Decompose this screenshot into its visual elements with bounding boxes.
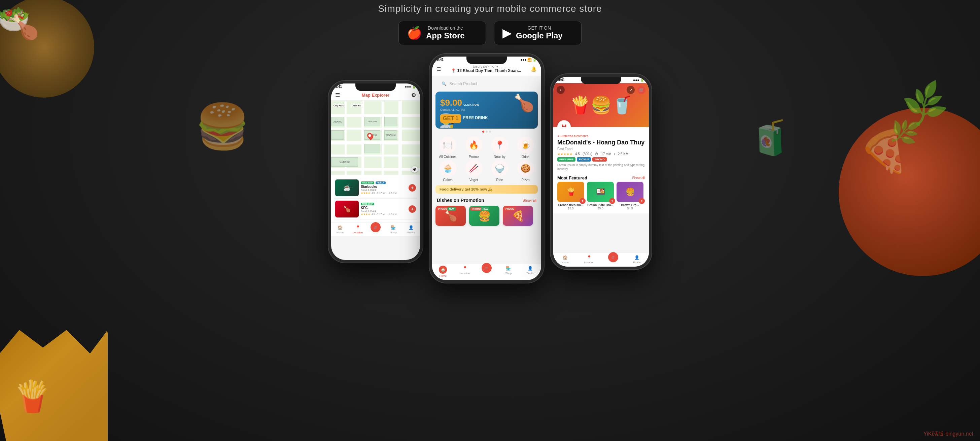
dish-emoji-1: 🍗	[436, 206, 466, 226]
back-button[interactable]: ‹	[557, 86, 565, 94]
status-icons-center: ●●● 📶 🔋	[520, 58, 536, 62]
nav-shop-label-left[interactable]: 🏪 Shop	[384, 225, 402, 234]
cart-top-button[interactable]: 🛒	[637, 86, 646, 94]
delivery-promo-bar[interactable]: Food delivery get 20% now 🛵	[436, 185, 538, 194]
menu-icon-left[interactable]: ☰	[335, 92, 340, 98]
app-store-small-label: Download on the	[426, 25, 465, 31]
category-veget[interactable]: 🥢 Veget	[461, 160, 486, 182]
map-view[interactable]: AGARA PANGANI KARIOKO PUMWANI MAJENGO Ci…	[331, 101, 420, 175]
add-fries-button[interactable]: +	[579, 198, 585, 204]
category-all-cuisines[interactable]: 🍽️ All Cuisines	[436, 137, 460, 159]
starbucks-stars: ★★★★	[361, 191, 370, 194]
kfc-name: KFC	[361, 206, 407, 210]
promo-banner[interactable]: $9.00 CLICK NOW Combo A1, A2, A3 GET 1 F…	[436, 92, 538, 129]
nav-shop-left[interactable]: 🛒	[367, 225, 385, 234]
add-kfc-button[interactable]: +	[409, 205, 416, 213]
cart-icon-center[interactable]: 🛒	[482, 263, 492, 273]
restaurant-list: ☕ FREE SHIP PICKUP Starbucks Food & Drin…	[331, 175, 420, 223]
dishes-title: Dishes on Promotion	[437, 197, 484, 203]
add-bro-button[interactable]: +	[639, 198, 645, 204]
restaurant-top-nav: ‹ ↗ 🛒	[553, 83, 649, 97]
app-store-button[interactable]: 🍎 Download on the App Store	[398, 21, 486, 45]
nav-cart-right[interactable]: 🛒	[601, 255, 625, 264]
restaurant-rating-right: 4.5	[575, 152, 580, 156]
shop-label-center: Shop	[505, 272, 512, 275]
restaurant-item-kfc[interactable]: 🍗 FREE SHIP KFC Food & Drink ★★★★ 4.5 ⏱ …	[334, 199, 417, 220]
dot-1	[482, 131, 484, 133]
kfc-meta: ★★★★ 4.5 ⏱ 17 min • 2.5 KM	[361, 213, 407, 216]
add-plate-button[interactable]: +	[609, 198, 615, 204]
category-promo[interactable]: 🔥 Promo	[461, 137, 486, 159]
drink-icon: 🍺	[517, 137, 534, 153]
dish-card-3[interactable]: PROMO 🍕	[503, 206, 533, 226]
location-icon-right: 📍	[587, 255, 592, 260]
hamburger-icon-center[interactable]: ☰	[437, 66, 441, 72]
featured-item-1[interactable]: 🍟 + French fries sm... $3.5	[557, 182, 584, 210]
nav-profile-center[interactable]: 👤 Profile	[519, 266, 541, 277]
rice-label: Rice	[496, 178, 503, 182]
category-pizza[interactable]: 🍪 Pizza	[513, 160, 538, 182]
google-play-small-label: GET IT ON	[516, 25, 563, 31]
nav-location-right[interactable]: 📍 Location	[577, 255, 601, 264]
featured-items-list: 🍟 + French fries sm... $3.5 🍱 + Brown Pl…	[557, 182, 645, 210]
profile-label-center: Profile	[527, 272, 534, 275]
banner-combo: Combo A1, A2, A3	[440, 108, 488, 111]
time-icon-right: ⏱	[595, 152, 598, 156]
top-right-buttons: ↗ 🛒	[627, 86, 646, 94]
google-play-button[interactable]: ▶ GET IT ON Google Play	[494, 21, 582, 45]
nav-location-label-left: Location	[353, 231, 363, 234]
search-icon-center: 🔍	[442, 81, 447, 86]
dish-card-1[interactable]: PROMO NEW 🍗	[436, 206, 466, 226]
preferred-badge: ● Preferred Merchants	[557, 134, 645, 138]
home-label-center: Home	[439, 274, 447, 277]
home-label-right: Home	[562, 261, 569, 264]
dish-card-2[interactable]: PROMO NEW 🍔	[469, 206, 500, 226]
nav-home-right[interactable]: 🏠 Home	[553, 255, 577, 264]
nav-profile-left[interactable]: 👤 Profile	[402, 225, 420, 234]
kfc-image: 🍗	[335, 201, 359, 218]
home-icon-center: 🏠	[439, 266, 447, 274]
bullet-right: •	[614, 152, 615, 156]
phone-notch-center	[466, 57, 507, 64]
home-icon-left: 🏠	[337, 225, 343, 230]
promo-label: Promo	[469, 155, 479, 159]
map-block-2	[331, 130, 344, 140]
cart-icon-left[interactable]: 🛒	[371, 222, 380, 232]
nav-cart-center[interactable]: 🛒	[476, 266, 498, 277]
nav-home-left[interactable]: 🏠 Home	[331, 225, 349, 234]
share-button[interactable]: ↗	[627, 86, 635, 94]
search-bar-center[interactable]: 🔍 Search Product	[437, 79, 536, 89]
featured-item-3[interactable]: 🍔 + Brown Bro... $4.5	[617, 182, 643, 210]
nav-home-center[interactable]: 🏠 Home	[432, 266, 454, 277]
profile-icon-center: 👤	[528, 266, 533, 271]
status-time-center: 9:41	[437, 58, 444, 62]
shop-icon-center: 🏪	[506, 266, 511, 271]
srv-badge-pickup: PICKUP	[577, 157, 591, 162]
map-explorer-title: Map Explorer	[362, 92, 390, 98]
category-cakes[interactable]: 🧁 Cakes	[436, 160, 460, 182]
nav-location-center[interactable]: 📍 Location	[454, 266, 476, 277]
banner-text-area: $9.00 CLICK NOW Combo A1, A2, A3 GET 1 F…	[440, 98, 488, 123]
nav-shop-center[interactable]: 🏪 Shop	[497, 266, 519, 277]
map-block-pangani: PANGANI	[364, 117, 380, 126]
dishes-show-all[interactable]: Show all	[522, 198, 536, 202]
category-nearby[interactable]: 📍 Near by	[487, 137, 512, 159]
current-location-button[interactable]: ⊕	[411, 166, 418, 173]
featured-item-2[interactable]: 🍱 + Brown Plate Bro... $5.0	[587, 182, 614, 210]
bell-icon-center[interactable]: 🔔	[531, 66, 536, 72]
add-starbucks-button[interactable]: +	[409, 184, 416, 191]
kfc-time: ⏱ 17 min	[376, 213, 387, 215]
restaurant-name-detail: McDonald's - Hoang Dao Thuy	[557, 139, 645, 146]
bro-name: Brown Bro...	[617, 203, 643, 207]
category-rice[interactable]: 🍚 Rice	[487, 160, 512, 182]
address-text: 12 Khuat Duy Tien, Thanh Xuan...	[457, 68, 521, 73]
nav-location-left[interactable]: 📍 Location	[349, 225, 367, 234]
most-featured-show-all[interactable]: Show all	[632, 176, 645, 180]
restaurant-item-starbucks[interactable]: ☕ FREE SHIP PICKUP Starbucks Food & Drin…	[334, 177, 417, 199]
nav-profile-right[interactable]: 👤 Profile	[625, 255, 649, 264]
cart-icon-right[interactable]: 🛒	[608, 252, 618, 262]
tagline: Simplicity in creating your mobile comme…	[0, 3, 980, 14]
pizza-label: Pizza	[521, 178, 530, 182]
category-drink[interactable]: 🍺 Drink	[513, 137, 538, 159]
filter-icon-left[interactable]: ⚙	[411, 92, 416, 98]
